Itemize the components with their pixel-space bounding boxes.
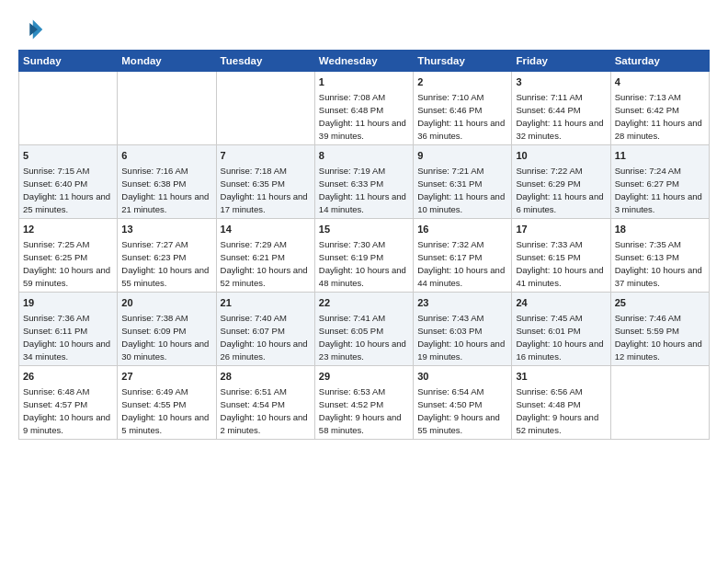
- day-cell: 6Sunrise: 7:16 AMSunset: 6:38 PMDaylight…: [118, 145, 216, 219]
- day-cell: 2Sunrise: 7:10 AMSunset: 6:46 PMDaylight…: [414, 72, 512, 145]
- day-cell: 19Sunrise: 7:36 AMSunset: 6:11 PMDayligh…: [19, 293, 118, 366]
- day-number: 6: [121, 149, 211, 163]
- header-row: SundayMondayTuesdayWednesdayThursdayFrid…: [19, 51, 710, 72]
- cell-content: Sunrise: 7:35 AMSunset: 6:13 PMDaylight:…: [615, 239, 702, 287]
- day-number: 20: [121, 296, 211, 310]
- day-number: 9: [417, 149, 507, 163]
- col-header-tuesday: Tuesday: [216, 51, 314, 72]
- cell-content: Sunrise: 6:51 AMSunset: 4:54 PMDaylight:…: [221, 386, 308, 434]
- cell-content: Sunrise: 7:24 AMSunset: 6:27 PMDaylight:…: [615, 166, 702, 213]
- day-number: 8: [319, 149, 409, 163]
- cell-content: Sunrise: 6:54 AMSunset: 4:50 PMDaylight:…: [417, 386, 500, 434]
- day-cell: 16Sunrise: 7:32 AMSunset: 6:17 PMDayligh…: [414, 219, 512, 293]
- day-number: 17: [516, 223, 606, 236]
- day-cell: 21Sunrise: 7:40 AMSunset: 6:07 PMDayligh…: [216, 293, 314, 366]
- day-cell: [610, 366, 709, 440]
- day-cell: 11Sunrise: 7:24 AMSunset: 6:27 PMDayligh…: [610, 145, 709, 219]
- day-cell: 8Sunrise: 7:19 AMSunset: 6:33 PMDaylight…: [314, 145, 413, 219]
- col-header-saturday: Saturday: [610, 51, 709, 72]
- day-cell: 5Sunrise: 7:15 AMSunset: 6:40 PMDaylight…: [19, 145, 118, 219]
- day-cell: 1Sunrise: 7:08 AMSunset: 6:48 PMDaylight…: [314, 72, 413, 145]
- cell-content: Sunrise: 7:30 AMSunset: 6:19 PMDaylight:…: [319, 239, 406, 287]
- day-number: 16: [417, 223, 507, 236]
- day-number: 7: [221, 149, 311, 163]
- day-number: 26: [23, 370, 113, 384]
- day-cell: 27Sunrise: 6:49 AMSunset: 4:55 PMDayligh…: [118, 366, 216, 440]
- cell-content: Sunrise: 7:13 AMSunset: 6:42 PMDaylight:…: [615, 92, 702, 140]
- cell-content: Sunrise: 7:10 AMSunset: 6:46 PMDaylight:…: [417, 92, 505, 140]
- day-cell: [19, 72, 118, 145]
- cell-content: Sunrise: 6:56 AMSunset: 4:48 PMDaylight:…: [516, 386, 598, 434]
- week-row-1: 1Sunrise: 7:08 AMSunset: 6:48 PMDaylight…: [19, 72, 710, 145]
- day-number: 14: [221, 223, 311, 236]
- cell-content: Sunrise: 7:21 AMSunset: 6:31 PMDaylight:…: [417, 166, 505, 213]
- day-cell: [216, 72, 314, 145]
- cell-content: Sunrise: 7:36 AMSunset: 6:11 PMDaylight:…: [23, 313, 110, 361]
- day-number: 4: [615, 75, 705, 89]
- cell-content: Sunrise: 7:29 AMSunset: 6:21 PMDaylight:…: [221, 239, 308, 287]
- cell-content: Sunrise: 7:41 AMSunset: 6:05 PMDaylight:…: [319, 313, 406, 361]
- day-cell: 15Sunrise: 7:30 AMSunset: 6:19 PMDayligh…: [314, 219, 413, 293]
- week-row-2: 5Sunrise: 7:15 AMSunset: 6:40 PMDaylight…: [19, 145, 710, 219]
- day-cell: 23Sunrise: 7:43 AMSunset: 6:03 PMDayligh…: [414, 293, 512, 366]
- day-cell: 20Sunrise: 7:38 AMSunset: 6:09 PMDayligh…: [118, 293, 216, 366]
- cell-content: Sunrise: 7:40 AMSunset: 6:07 PMDaylight:…: [221, 313, 308, 361]
- day-number: 5: [23, 149, 113, 163]
- cell-content: Sunrise: 7:18 AMSunset: 6:35 PMDaylight:…: [221, 166, 308, 213]
- col-header-monday: Monday: [118, 51, 216, 72]
- day-cell: 12Sunrise: 7:25 AMSunset: 6:25 PMDayligh…: [19, 219, 118, 293]
- cell-content: Sunrise: 7:32 AMSunset: 6:17 PMDaylight:…: [417, 239, 505, 287]
- day-cell: [118, 72, 216, 145]
- day-number: 2: [417, 75, 507, 89]
- page: SundayMondayTuesdayWednesdayThursdayFrid…: [0, 0, 728, 563]
- day-number: 28: [221, 370, 311, 384]
- day-cell: 10Sunrise: 7:22 AMSunset: 6:29 PMDayligh…: [512, 145, 610, 219]
- cell-content: Sunrise: 7:11 AMSunset: 6:44 PMDaylight:…: [516, 92, 603, 140]
- cell-content: Sunrise: 7:08 AMSunset: 6:48 PMDaylight:…: [319, 92, 406, 140]
- day-cell: 3Sunrise: 7:11 AMSunset: 6:44 PMDaylight…: [512, 72, 610, 145]
- day-number: 23: [417, 296, 507, 310]
- day-cell: 31Sunrise: 6:56 AMSunset: 4:48 PMDayligh…: [512, 366, 610, 440]
- col-header-friday: Friday: [512, 51, 610, 72]
- week-row-5: 26Sunrise: 6:48 AMSunset: 4:57 PMDayligh…: [19, 366, 710, 440]
- day-number: 21: [221, 296, 311, 310]
- day-number: 24: [516, 296, 606, 310]
- day-cell: 7Sunrise: 7:18 AMSunset: 6:35 PMDaylight…: [216, 145, 314, 219]
- day-number: 29: [319, 370, 409, 384]
- header: [18, 17, 710, 42]
- col-header-thursday: Thursday: [414, 51, 512, 72]
- cell-content: Sunrise: 7:19 AMSunset: 6:33 PMDaylight:…: [319, 166, 406, 213]
- col-header-sunday: Sunday: [19, 51, 118, 72]
- day-number: 25: [615, 296, 705, 310]
- day-cell: 17Sunrise: 7:33 AMSunset: 6:15 PMDayligh…: [512, 219, 610, 293]
- cell-content: Sunrise: 7:33 AMSunset: 6:15 PMDaylight:…: [516, 239, 603, 287]
- day-cell: 18Sunrise: 7:35 AMSunset: 6:13 PMDayligh…: [610, 219, 709, 293]
- logo-icon: [18, 17, 44, 42]
- day-cell: 4Sunrise: 7:13 AMSunset: 6:42 PMDaylight…: [610, 72, 709, 145]
- day-cell: 14Sunrise: 7:29 AMSunset: 6:21 PMDayligh…: [216, 219, 314, 293]
- day-cell: 22Sunrise: 7:41 AMSunset: 6:05 PMDayligh…: [314, 293, 413, 366]
- day-number: 18: [615, 223, 705, 236]
- cell-content: Sunrise: 7:46 AMSunset: 5:59 PMDaylight:…: [615, 313, 702, 361]
- day-number: 12: [23, 223, 113, 236]
- day-number: 3: [516, 75, 606, 89]
- week-row-3: 12Sunrise: 7:25 AMSunset: 6:25 PMDayligh…: [19, 219, 710, 293]
- day-number: 19: [23, 296, 113, 310]
- cell-content: Sunrise: 7:25 AMSunset: 6:25 PMDaylight:…: [23, 239, 110, 287]
- day-cell: 9Sunrise: 7:21 AMSunset: 6:31 PMDaylight…: [414, 145, 512, 219]
- cell-content: Sunrise: 7:45 AMSunset: 6:01 PMDaylight:…: [516, 313, 603, 361]
- day-cell: 24Sunrise: 7:45 AMSunset: 6:01 PMDayligh…: [512, 293, 610, 366]
- day-cell: 13Sunrise: 7:27 AMSunset: 6:23 PMDayligh…: [118, 219, 216, 293]
- cell-content: Sunrise: 7:16 AMSunset: 6:38 PMDaylight:…: [121, 166, 209, 213]
- day-number: 30: [417, 370, 507, 384]
- day-number: 10: [516, 149, 606, 163]
- day-number: 1: [319, 75, 409, 89]
- calendar-table: SundayMondayTuesdayWednesdayThursdayFrid…: [18, 50, 710, 440]
- cell-content: Sunrise: 7:27 AMSunset: 6:23 PMDaylight:…: [121, 239, 209, 287]
- day-number: 15: [319, 223, 409, 236]
- day-cell: 30Sunrise: 6:54 AMSunset: 4:50 PMDayligh…: [414, 366, 512, 440]
- day-cell: 28Sunrise: 6:51 AMSunset: 4:54 PMDayligh…: [216, 366, 314, 440]
- day-number: 22: [319, 296, 409, 310]
- day-number: 27: [121, 370, 211, 384]
- day-number: 11: [615, 149, 705, 163]
